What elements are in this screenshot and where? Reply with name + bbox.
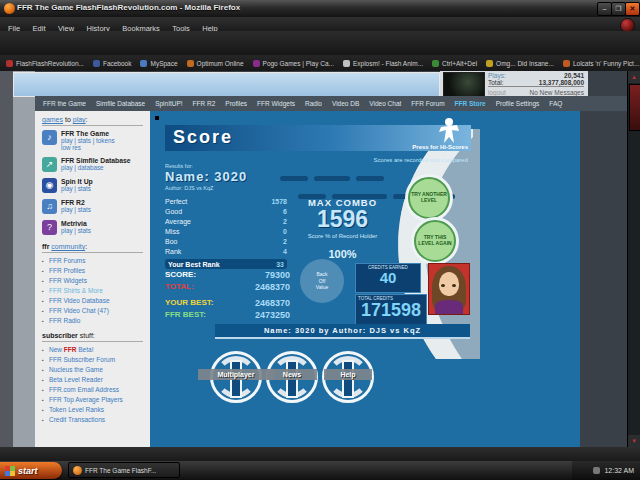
record-pct-label: Score % of Record Holder <box>290 233 395 241</box>
song-footer-bar: Name: 3020 by Author: DJS vs KqZ <box>215 324 470 339</box>
sidebar-item-shirts[interactable]: FFR Shirts & More <box>42 287 143 294</box>
credits-earned-box: CREDITS EARNED 40 <box>355 263 421 293</box>
score-row: SCORE:79300 <box>165 270 290 280</box>
multiplayer-button[interactable]: Multiplayer <box>198 369 274 380</box>
press-hiscores-button[interactable]: Press for Hi-Scores <box>388 144 468 151</box>
try-this-level-again-button[interactable]: TRY THIS LEVEL AGAIN <box>414 220 456 262</box>
avatar-eye <box>452 284 456 287</box>
spin-it-up-icon[interactable]: ◉ <box>42 178 57 193</box>
status-bar: Transferring data from www.flashflashrev… <box>0 447 640 461</box>
tab-video-db[interactable]: Video DB <box>332 100 359 107</box>
minimize-button[interactable]: – <box>597 2 612 16</box>
bookmark-favicon <box>187 60 194 67</box>
sidebar-item-email[interactable]: FFR.com Email Address <box>42 386 143 393</box>
tray-icon[interactable] <box>593 467 600 474</box>
sidebar-item-widgets[interactable]: FFR Widgets <box>42 277 143 284</box>
bookmark-item[interactable]: Optimum Online <box>187 60 244 67</box>
deco-bar <box>280 176 308 181</box>
metrivia-icon[interactable]: ? <box>42 220 57 235</box>
subscriber-header: subscriber stuff: <box>42 332 143 342</box>
logout-link[interactable]: logout <box>488 89 506 96</box>
bookmark-item[interactable]: Pogo Games | Play Ca... <box>253 60 334 67</box>
tab-video-chat[interactable]: Video Chat <box>369 100 401 107</box>
tab-ffr-forum[interactable]: FFR Forum <box>411 100 444 107</box>
sidebar-item-token-ranks[interactable]: Token Level Ranks <box>42 406 143 413</box>
page-viewport: Plays:20,541 Total:13,377,808,000 logout… <box>0 71 640 447</box>
tab-ffr-store[interactable]: FFR Store <box>455 100 486 107</box>
page-margin-dark <box>0 71 13 447</box>
screen: FFR The Game FlashFlashRevolution.com - … <box>0 0 640 480</box>
ffr-best-row: FFR BEST:2473250 <box>165 310 290 320</box>
hiscores-figure-icon <box>438 117 460 143</box>
tab-ffr-the-game[interactable]: FFR the Game <box>43 100 86 107</box>
help-button[interactable]: Help <box>324 369 372 380</box>
restore-button[interactable]: ❐ <box>611 2 626 16</box>
tab-radio[interactable]: Radio <box>305 100 322 107</box>
bookmark-item[interactable]: Ctrl+Alt+Del <box>432 60 477 67</box>
scrollbar[interactable]: ▲ ▼ <box>627 71 640 447</box>
bookmark-favicon <box>253 60 260 67</box>
stat-row-miss: Miss0 <box>165 228 287 238</box>
best-rank-row: Your Best Rank33 <box>165 259 287 269</box>
tab-faq[interactable]: FAQ <box>549 100 562 107</box>
sidebar-game-spinitup: ◉ Spin It Up play | stats <box>42 178 143 193</box>
total-credits-box: TOTAL CREDITS 171598 <box>355 294 427 327</box>
recorded-note: Scores are recorded and compared <box>300 157 468 163</box>
clock: 12:32 AM <box>604 467 634 474</box>
tab-profiles[interactable]: Profiles <box>225 100 247 107</box>
navigation-toolbar: ◄ ► ↻ ✕ ⌂ http://www.flashflashrevolutio… <box>0 31 640 55</box>
your-best-row: YOUR BEST:2468370 <box>165 298 290 308</box>
sidebar-item-profiles[interactable]: FFR Profiles <box>42 267 143 274</box>
sidebar-item-sub-forum[interactable]: FFR Subscriber Forum <box>42 356 143 363</box>
sidebar-item-nucleus[interactable]: Nucleus the Game <box>42 366 143 373</box>
bookmark-item[interactable]: Explosm! - Flash Anim... <box>343 60 423 67</box>
taskbar-window-button[interactable]: FFR The Game FlashF... <box>68 462 180 478</box>
bookmark-item[interactable]: Facebook <box>93 60 132 67</box>
song-name: Name: 3020 <box>165 169 247 184</box>
sidebar-item-forums[interactable]: FFR Forums <box>42 257 143 264</box>
bookmark-item[interactable]: Lolcats 'n' Funny Pict... <box>563 60 639 67</box>
tab-ffr-r2[interactable]: FFR R2 <box>193 100 216 107</box>
avatar-eye <box>441 284 445 287</box>
sidebar-item-credit-trans[interactable]: Credit Transactions <box>42 416 143 423</box>
sidebar-game-simfile: ↗ FFR Simfile Database play | database <box>42 157 143 172</box>
flash-marker <box>155 116 159 120</box>
deco-bar <box>356 176 384 181</box>
games-header: games to play: <box>42 116 143 126</box>
ffr-game-icon[interactable]: ♪ <box>42 130 57 145</box>
sidebar-item-video-db[interactable]: FFR Video Database <box>42 297 143 304</box>
sidebar-item-top-avg[interactable]: FFR Top Average Players <box>42 396 143 403</box>
scrollbar-thumb[interactable] <box>629 84 640 131</box>
bookmark-favicon <box>6 60 13 67</box>
tab-spinitup[interactable]: SpinItUP! <box>155 100 182 107</box>
flash-game-stage[interactable]: Score Press for Hi-Scores Scores are rec… <box>150 111 580 447</box>
tab-simfile-database[interactable]: Simfile Database <box>96 100 145 107</box>
tab-profile-settings[interactable]: Profile Settings <box>496 100 540 107</box>
news-button[interactable]: News <box>267 369 317 380</box>
start-button[interactable]: start <box>0 462 62 479</box>
sidebar-game-metrivia: ? Metrivia play | stats <box>42 220 143 235</box>
stat-row-good: Good6 <box>165 208 287 218</box>
bookmark-favicon <box>563 60 570 67</box>
sidebar-item-radio[interactable]: FFR Radio <box>42 317 143 324</box>
total-row: TOTAL:2468370 <box>165 282 290 292</box>
scroll-down-icon[interactable]: ▼ <box>628 435 640 447</box>
sidebar-item-video-chat[interactable]: FFR Video Chat (47) <box>42 307 143 314</box>
try-another-level-button[interactable]: TRY ANOTHER LEVEL <box>408 177 450 219</box>
bookmark-item[interactable]: Omg... Did Insane... <box>486 60 554 67</box>
title-bar: FFR The Game FlashFlashRevolution.com - … <box>0 0 640 17</box>
ffr-r2-icon[interactable]: ♫ <box>42 199 57 214</box>
scroll-up-icon[interactable]: ▲ <box>628 71 640 83</box>
simfile-db-icon[interactable]: ↗ <box>42 157 57 172</box>
menu-bar: File Edit View History Bookmarks Tools H… <box>0 17 640 31</box>
sidebar-item-new-beta[interactable]: New FFR Beta! <box>42 346 143 353</box>
bookmark-item[interactable]: MySpace <box>140 60 177 67</box>
bookmark-item[interactable]: FlashFlashRevolution... <box>6 60 84 67</box>
close-button[interactable]: ✕ <box>625 2 640 16</box>
bookmark-favicon <box>432 60 439 67</box>
sidebar-item-beta-reader[interactable]: Beta Level Reader <box>42 376 143 383</box>
tab-ffr-widgets[interactable]: FFR Widgets <box>257 100 295 107</box>
sidebar-game-r2: ♫ FFR R2 play | stats <box>42 199 143 214</box>
bookmark-favicon <box>93 60 100 67</box>
messages-status[interactable]: No New Messages <box>529 89 584 96</box>
